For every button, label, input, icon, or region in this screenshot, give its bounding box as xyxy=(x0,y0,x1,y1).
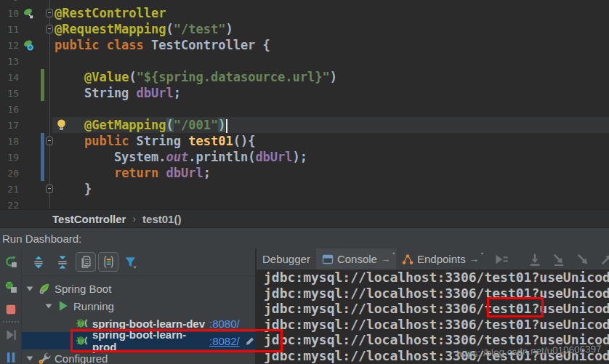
gutter-line-17[interactable]: 17 xyxy=(0,117,52,133)
chevron-down-icon[interactable] xyxy=(25,283,35,294)
breadcrumb-class[interactable]: TestController xyxy=(52,213,126,225)
tree-item-label: Configured xyxy=(55,352,108,364)
change-marker-blue xyxy=(41,165,44,181)
code-line-11[interactable]: 11@RequestMapping("/test") xyxy=(0,21,609,37)
spring-bean-arrow-icon[interactable] xyxy=(23,7,35,20)
code-line-9[interactable]: 9 xyxy=(0,0,609,5)
pause-button[interactable] xyxy=(4,351,17,364)
gutter-line-21[interactable]: 21 xyxy=(0,181,52,197)
line-number: 17 xyxy=(0,120,19,131)
gutter-line-13[interactable]: 13 xyxy=(0,53,52,69)
tab-endpoints[interactable]: Endpoints→ xyxy=(396,248,485,270)
show-execution-point-button[interactable] xyxy=(494,252,509,267)
group-servers-icon xyxy=(102,256,115,268)
chevron-down-icon[interactable] xyxy=(44,301,54,311)
code-line-20[interactable]: 20 return dbUrl; xyxy=(0,165,609,181)
code-text: @RequestMapping("/test") xyxy=(55,21,233,37)
collapse-all-button[interactable] xyxy=(56,256,69,269)
line-number: 16 xyxy=(0,104,19,115)
gutter-line-11[interactable]: 11 xyxy=(0,21,52,37)
app-port-link[interactable]: :8080/ xyxy=(209,318,240,330)
code-line-17[interactable]: 17 @GetMapping("/001") xyxy=(0,117,609,133)
code-line-22[interactable]: 22 xyxy=(0,197,609,209)
spring-app-icon xyxy=(76,317,89,330)
code-text: System.out.println(dbUrl); xyxy=(55,149,307,165)
step-out-button[interactable] xyxy=(600,252,609,267)
code-text: @GetMapping("/001") xyxy=(55,117,227,133)
breadcrumb-method[interactable]: test01() xyxy=(142,213,181,225)
tab-label: Debugger xyxy=(262,253,310,265)
spring-boot-icon xyxy=(38,282,51,295)
fold-handle[interactable] xyxy=(46,25,53,33)
resume-button[interactable] xyxy=(4,328,17,341)
line-number: 10 xyxy=(0,8,19,19)
gutter-line-14[interactable]: 14 xyxy=(0,69,52,85)
code-line-12[interactable]: 12public class TestController { xyxy=(0,37,609,53)
endpoints-icon xyxy=(402,254,414,265)
code-line-15[interactable]: 15 String dbUrl; xyxy=(0,85,609,101)
run-dashboard-title: Run Dashboard: xyxy=(2,232,81,245)
code-text: return dbUrl; xyxy=(55,165,211,181)
code-line-18[interactable]: 18 public String test01(){ xyxy=(0,133,609,149)
code-text: } xyxy=(55,181,92,197)
spring-bean-class-icon[interactable] xyxy=(23,39,35,52)
fold-handle[interactable] xyxy=(46,9,53,17)
code-text: @RestController xyxy=(55,5,166,21)
breadcrumb-separator-icon: › xyxy=(132,213,136,225)
gutter-line-10[interactable]: 10 xyxy=(0,5,52,21)
code-line-16[interactable]: 16 xyxy=(0,101,609,117)
expand-all-button[interactable] xyxy=(32,256,45,269)
run-dashboard-left-toolbar xyxy=(0,248,22,364)
line-number: 15 xyxy=(0,88,19,99)
tree-item-spring-boot[interactable]: Spring Boot xyxy=(22,280,255,297)
fold-handle[interactable] xyxy=(46,137,53,145)
console-tab-bar: DebuggerConsole→Endpoints→ xyxy=(257,248,609,270)
rerun-failed-button[interactable] xyxy=(4,280,17,294)
chevron-down-icon[interactable] xyxy=(25,353,35,363)
code-text: String dbUrl; xyxy=(55,85,181,101)
tab-console[interactable]: Console→ xyxy=(316,248,396,270)
gutter-line-12[interactable]: 12 xyxy=(0,37,52,53)
force-step-into-button[interactable] xyxy=(576,252,590,267)
fold-handle[interactable] xyxy=(46,185,53,193)
tree-item-running[interactable]: Running xyxy=(22,297,255,315)
gutter-line-20[interactable]: 20 xyxy=(0,165,52,181)
tree-item-label: Spring Boot xyxy=(55,283,111,295)
line-number: 20 xyxy=(0,168,19,179)
console-line: jdbc:mysql://localhost:3306/test01?useUn… xyxy=(264,301,609,317)
step-over-button[interactable] xyxy=(528,252,542,267)
line-number: 11 xyxy=(0,24,19,35)
breadcrumb: TestController › test01() xyxy=(0,209,609,227)
code-line-14[interactable]: 14 @Value("${spring.datasource.url}") xyxy=(0,69,609,85)
code-line-10[interactable]: 10@RestController xyxy=(0,5,609,21)
line-number: 14 xyxy=(0,72,19,83)
group-configs-toggle-button[interactable] xyxy=(76,252,96,272)
tab-output-arrow-icon: → xyxy=(381,254,390,264)
console-line: jdbc:mysql://localhost:3306/test01?useUn… xyxy=(264,317,609,333)
gutter-line-18[interactable]: 18 xyxy=(0,133,52,149)
change-marker-blue xyxy=(41,149,44,165)
tree-toolbar xyxy=(22,248,255,276)
code-line-19[interactable]: 19 System.out.println(dbUrl); xyxy=(0,149,609,165)
step-into-button[interactable] xyxy=(552,252,566,267)
rerun-button[interactable] xyxy=(4,255,17,268)
code-text: public class TestController { xyxy=(55,37,270,53)
tab-debugger[interactable]: Debugger xyxy=(257,248,316,270)
group-servers-toggle-button[interactable] xyxy=(98,252,118,272)
line-number: 22 xyxy=(0,200,19,210)
gutter-line-16[interactable]: 16 xyxy=(0,101,52,117)
line-number: 21 xyxy=(0,184,19,195)
code-line-21[interactable]: 21 } xyxy=(0,181,609,197)
stop-button[interactable] xyxy=(4,303,17,316)
code-line-13[interactable]: 13 xyxy=(0,53,609,69)
gutter-line-22[interactable]: 22 xyxy=(0,197,52,209)
filter-button[interactable] xyxy=(124,256,137,269)
line-number: 12 xyxy=(0,40,19,51)
code-editor[interactable]: 910@RestController11@RequestMapping("/te… xyxy=(0,0,609,209)
gutter-line-9[interactable]: 9 xyxy=(0,0,52,5)
tab-output-arrow-icon: → xyxy=(469,254,479,264)
intention-bulb-icon[interactable] xyxy=(55,118,68,132)
gutter-line-15[interactable]: 15 xyxy=(0,85,52,101)
configured-wrench-icon xyxy=(38,352,51,364)
gutter-line-19[interactable]: 19 xyxy=(0,149,52,165)
